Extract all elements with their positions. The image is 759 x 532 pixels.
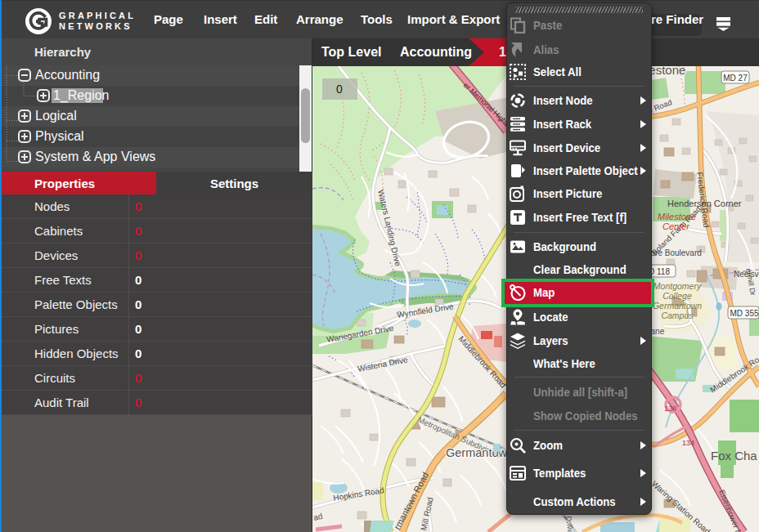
svg-text:Milestone: Milestone: [658, 212, 696, 221]
svg-text:MD 27: MD 27: [723, 74, 748, 83]
svg-text:eare Boulevard: eare Boulevard: [646, 248, 702, 257]
svg-text:College: College: [662, 291, 692, 301]
svg-text:Center: Center: [662, 221, 690, 231]
svg-text:134: 134: [682, 439, 694, 447]
svg-text:Germantown: Germantown: [653, 301, 702, 311]
svg-text:Neelsville: Neelsville: [734, 270, 759, 279]
svg-text:lestone: lestone: [646, 66, 685, 77]
svg-text:0: 0: [336, 83, 343, 96]
svg-text:138: 138: [664, 405, 676, 413]
svg-text:MD 355: MD 355: [730, 309, 758, 318]
svg-text:Montgomery: Montgomery: [653, 281, 702, 291]
svg-text:Fox Cha: Fox Cha: [711, 449, 757, 463]
svg-text:Germantown: Germantown: [446, 446, 514, 459]
svg-text:ad: ad: [312, 512, 323, 522]
svg-text:Campus: Campus: [661, 311, 694, 320]
svg-text:Henderson Corner: Henderson Corner: [667, 199, 742, 208]
